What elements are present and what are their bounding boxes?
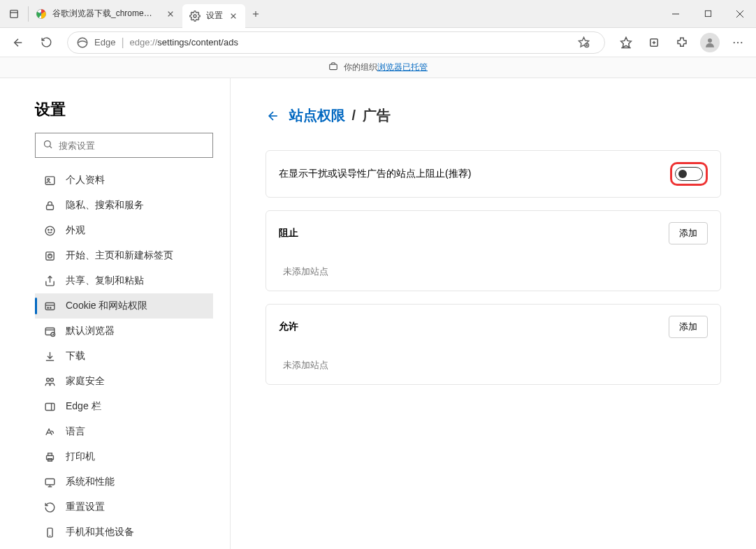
svg-line-32 bbox=[50, 146, 52, 148]
svg-rect-58 bbox=[48, 453, 52, 455]
org-banner-text: 你的组织浏览器已托管 bbox=[344, 61, 428, 73]
more-menu-icon[interactable] bbox=[725, 30, 750, 55]
sidebar-item-label: 默认浏览器 bbox=[66, 325, 115, 337]
sidebar-title: 设置 bbox=[35, 99, 230, 120]
profile-avatar[interactable] bbox=[697, 30, 722, 55]
svg-point-31 bbox=[45, 140, 51, 147]
sidebar-item-language[interactable]: 语言 bbox=[35, 419, 213, 444]
phone-icon bbox=[43, 526, 56, 539]
block-ads-toggle[interactable] bbox=[675, 167, 703, 181]
edgebar-icon bbox=[43, 400, 56, 413]
sidebar-item-system[interactable]: 系统和性能 bbox=[35, 469, 213, 495]
block-section-card: 阻止 添加 未添加站点 bbox=[266, 210, 721, 291]
settings-search-input[interactable] bbox=[59, 140, 205, 151]
sidebar-item-download[interactable]: 下载 bbox=[35, 344, 213, 369]
sidebar-item-phone[interactable]: 手机和其他设备 bbox=[35, 520, 213, 545]
sidebar-item-label: 外观 bbox=[66, 224, 85, 237]
refresh-button[interactable] bbox=[34, 30, 59, 55]
svg-rect-12 bbox=[705, 10, 711, 16]
separator: | bbox=[121, 36, 124, 49]
close-tab-icon[interactable] bbox=[228, 11, 238, 21]
printer-icon bbox=[43, 451, 56, 463]
sidebar-item-browser[interactable]: 默认浏览器 bbox=[35, 319, 213, 344]
sidebar-item-label: 手机和其他设备 bbox=[66, 526, 134, 539]
address-bar[interactable]: Edge | edge://settings/content/ads bbox=[67, 31, 605, 54]
maximize-button[interactable] bbox=[692, 0, 724, 27]
svg-rect-33 bbox=[45, 176, 54, 184]
sidebar-item-reset[interactable]: 重置设置 bbox=[35, 495, 213, 520]
allow-add-button[interactable]: 添加 bbox=[669, 316, 708, 338]
svg-point-38 bbox=[50, 229, 51, 230]
svg-point-37 bbox=[48, 229, 48, 230]
org-banner-link[interactable]: 浏览器已托管 bbox=[377, 62, 428, 72]
toggle-knob bbox=[678, 170, 687, 178]
appearance-icon bbox=[43, 224, 56, 237]
svg-point-53 bbox=[50, 378, 53, 381]
back-button[interactable] bbox=[6, 30, 31, 55]
sidebar-item-accessibility[interactable]: 辅助功能 bbox=[35, 545, 213, 549]
sidebar-item-label: Cookie 和网站权限 bbox=[66, 300, 147, 312]
title-bar: 谷歌浏览器下载_chrome浏览器官 设置 bbox=[0, 0, 756, 28]
tab-chrome-download[interactable]: 谷歌浏览器下载_chrome浏览器官 bbox=[29, 3, 182, 25]
allow-section-card: 允许 添加 未添加站点 bbox=[266, 304, 721, 385]
tab-title: 设置 bbox=[206, 10, 223, 22]
sidebar-item-label: 下载 bbox=[66, 350, 85, 363]
system-icon bbox=[43, 476, 56, 488]
new-tab-button[interactable] bbox=[245, 3, 266, 24]
family-icon bbox=[43, 375, 56, 388]
svg-rect-35 bbox=[46, 205, 53, 209]
sidebar-item-label: 系统和性能 bbox=[66, 476, 115, 488]
sidebar-item-family[interactable]: 家庭安全 bbox=[35, 369, 213, 394]
breadcrumb-row: 站点权限 / 广告 bbox=[266, 106, 721, 125]
close-tab-icon[interactable] bbox=[166, 9, 175, 19]
edge-logo-icon bbox=[76, 36, 89, 49]
reset-icon bbox=[43, 501, 56, 513]
svg-point-28 bbox=[737, 41, 739, 43]
settings-search[interactable] bbox=[35, 133, 213, 158]
block-add-button[interactable]: 添加 bbox=[669, 222, 708, 244]
title-bar-left: 谷歌浏览器下载_chrome浏览器官 设置 bbox=[0, 0, 266, 27]
minimize-button[interactable] bbox=[660, 0, 692, 27]
tab-actions-icon[interactable] bbox=[0, 0, 28, 27]
svg-rect-0 bbox=[10, 10, 18, 17]
language-icon bbox=[43, 425, 56, 438]
tab-settings[interactable]: 设置 bbox=[182, 4, 245, 28]
close-window-button[interactable] bbox=[724, 0, 756, 27]
sidebar-item-appearance[interactable]: 外观 bbox=[35, 218, 213, 243]
toggle-label: 在显示干扰或误导性广告的站点上阻止(推荐) bbox=[279, 168, 471, 180]
sidebar-item-profile[interactable]: 个人资料 bbox=[35, 168, 213, 193]
sidebar-item-power[interactable]: 开始、主页和新建标签页 bbox=[35, 243, 213, 268]
breadcrumb-separator: / bbox=[352, 108, 356, 123]
sidebar-item-cookie[interactable]: Cookie 和网站权限 bbox=[35, 293, 213, 319]
breadcrumb-back-icon[interactable] bbox=[266, 108, 281, 124]
favorite-star-icon[interactable] bbox=[571, 30, 596, 55]
block-title: 阻止 bbox=[279, 227, 298, 240]
download-icon bbox=[43, 350, 56, 363]
favorites-icon[interactable] bbox=[613, 30, 639, 55]
power-icon bbox=[43, 249, 56, 262]
svg-point-36 bbox=[45, 226, 54, 235]
main-area: 设置 个人资料隐私、搜索和服务外观开始、主页和新建标签页共享、复制和粘贴Cook… bbox=[0, 78, 756, 549]
sidebar-item-printer[interactable]: 打印机 bbox=[35, 444, 213, 469]
toolbar: Edge | edge://settings/content/ads bbox=[0, 28, 756, 57]
sidebar-item-label: 开始、主页和新建标签页 bbox=[66, 249, 173, 262]
extensions-icon[interactable] bbox=[669, 30, 695, 55]
tab-title: 谷歌浏览器下载_chrome浏览器官 bbox=[52, 8, 160, 20]
block-empty-text: 未添加站点 bbox=[266, 256, 720, 291]
cookie-icon bbox=[43, 300, 56, 312]
lock-icon bbox=[43, 199, 56, 212]
toggle-row: 在显示干扰或误导性广告的站点上阻止(推荐) bbox=[266, 151, 720, 197]
sidebar-item-lock[interactable]: 隐私、搜索和服务 bbox=[35, 193, 213, 218]
sidebar-item-edgebar[interactable]: Edge 栏 bbox=[35, 394, 213, 419]
org-banner: 你的组织浏览器已托管 bbox=[0, 57, 756, 78]
svg-point-6 bbox=[194, 15, 196, 17]
allow-title: 允许 bbox=[279, 321, 298, 333]
chrome-icon bbox=[36, 8, 47, 20]
collections-icon[interactable] bbox=[641, 30, 667, 55]
sidebar-item-label: 隐私、搜索和服务 bbox=[66, 199, 144, 212]
allow-header: 允许 添加 bbox=[266, 305, 720, 349]
block-ads-toggle-card: 在显示干扰或误导性广告的站点上阻止(推荐) bbox=[266, 150, 721, 198]
sidebar-item-share[interactable]: 共享、复制和粘贴 bbox=[35, 268, 213, 293]
block-header: 阻止 添加 bbox=[266, 211, 720, 256]
breadcrumb-parent[interactable]: 站点权限 bbox=[289, 108, 345, 123]
